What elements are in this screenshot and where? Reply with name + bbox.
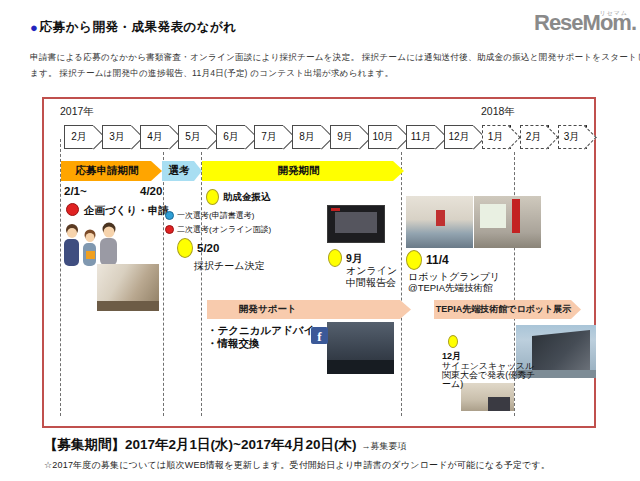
resemom-logo[interactable]: リセマム ReseMom.: [534, 6, 632, 38]
recruitment-period: 【募集期間】2017年2月1日(水)~2017年4月20日(木): [44, 436, 356, 454]
month-chevron: 2月: [520, 125, 549, 149]
month-label: 1月: [488, 130, 504, 144]
month-label: 10月: [372, 130, 393, 144]
month-chevron: 3月: [558, 125, 587, 149]
team-decision-marker-icon: [177, 238, 193, 258]
facebook-icon[interactable]: f: [311, 327, 328, 344]
science-castle-date: 12月: [442, 351, 461, 361]
photo-online-meeting-video: [327, 205, 385, 243]
month-chevron: 7月: [254, 125, 283, 149]
logo-ruby-text: リセマム: [599, 9, 628, 18]
interim-label-2: 中間報告会: [346, 277, 396, 289]
month-label: 4月: [147, 130, 163, 144]
first-selection-marker-icon: [165, 211, 174, 220]
month-label: 6月: [223, 130, 239, 144]
team-decision-label: 採択チーム決定: [194, 260, 264, 272]
month-chevron: 8月: [292, 125, 321, 149]
month-label: 7月: [261, 130, 277, 144]
gridline-nov: [401, 152, 402, 416]
month-chevron: 10月: [368, 125, 397, 149]
month-label: 2月: [526, 130, 542, 144]
month-label: 5月: [185, 130, 201, 144]
photo-support-meeting: [327, 322, 394, 374]
application-period-arrow: 応募申請期間: [61, 161, 162, 181]
photo-planning-desk: [97, 264, 159, 311]
title-bullet-icon: ●: [30, 20, 38, 35]
month-chevron: 9月: [330, 125, 359, 149]
guidelines-link[interactable]: →募集要項: [361, 440, 406, 453]
photo-contest-venue: [406, 196, 473, 248]
month-label: 11月: [411, 130, 431, 144]
month-chevron: 12月: [444, 125, 473, 149]
application-start-date: 2/1~: [64, 185, 87, 198]
description-line-1: 申請書による応募のなかから書類審査・オンライン面談により採択チームを決定。 採択…: [30, 52, 610, 64]
first-selection-label: 一次選考(申請書選考): [177, 211, 254, 220]
month-chevron: 3月: [102, 125, 131, 149]
application-end-date: 4/20: [140, 185, 162, 198]
month-label: 12月: [448, 130, 469, 144]
footer-note: ☆2017年度の募集については順次WEB情報を更新します。受付開始日より申請書の…: [44, 459, 550, 472]
page-title: 応募から開発・成果発表のながれ: [40, 19, 237, 36]
description-line-2: ます。 採択チームは開発中の進捗報告、11月4日(予定) のコンテスト出場が求め…: [30, 68, 610, 80]
second-selection-label: 二次選考(オンライン面談): [177, 225, 271, 234]
month-chevron: 5月: [178, 125, 207, 149]
exhibit-arrow: TEPIA先端技術館でロボット展示: [434, 300, 581, 319]
grandprix-label-2: @TEPIA先端技術館: [408, 283, 493, 294]
month-label: 3月: [109, 130, 125, 144]
recruitment-period-row: 【募集期間】2017年2月1日(水)~2017年4月20日(木) →募集要項: [44, 436, 406, 454]
selection-period-arrow: 選考: [162, 161, 202, 181]
month-chevron: 6月: [216, 125, 245, 149]
gridline-may: [163, 152, 164, 416]
grant-label: 助成金振込: [223, 192, 271, 203]
support-item-1: ・テクニカルアドバイス: [207, 324, 325, 336]
support-arrow: 開発サポート: [207, 300, 411, 319]
gridline-feb: [60, 139, 61, 416]
grandprix-date: 11/4: [426, 254, 449, 268]
timeline-diagram: 2017年 2018年 2月3月4月5月6月7月8月9月10月11月12月1月2…: [42, 97, 596, 428]
year-label-2018: 2018年: [481, 105, 515, 119]
page-title-row: ● 応募から開発・成果発表のながれ: [30, 19, 237, 36]
month-chevron: 4月: [140, 125, 169, 149]
grandprix-label-1: ロボットグランプリ: [408, 271, 500, 283]
photo-contest-presentation: [474, 196, 541, 248]
science-castle-marker-icon: [448, 335, 458, 348]
support-item-2: ・情報交換: [207, 337, 260, 349]
month-chevron: 11月: [406, 125, 435, 149]
month-chevron: 1月: [482, 125, 511, 149]
applicants-illustration-svg: [61, 219, 121, 266]
month-label: 8月: [299, 130, 315, 144]
interim-label-1: オンライン: [346, 265, 397, 277]
team-decision-date: 5/20: [197, 242, 219, 255]
interim-date: 9月: [346, 252, 362, 264]
interim-marker-icon: [328, 249, 342, 267]
year-label-2017: 2017年: [60, 105, 94, 119]
second-selection-marker-icon: [165, 225, 174, 234]
month-chevron: 2月: [64, 125, 93, 149]
grandprix-marker-icon: [406, 250, 422, 270]
planning-marker-icon: [66, 203, 79, 216]
photo-exhibit-hall: [461, 383, 514, 411]
planning-label: 企画づくり・申請: [84, 204, 169, 216]
grant-marker-icon: [206, 189, 219, 205]
month-label: 9月: [337, 130, 353, 144]
month-label: 3月: [564, 130, 580, 144]
applicants-illustration: [61, 219, 121, 266]
month-label: 2月: [71, 130, 87, 144]
gridline-jun: [201, 152, 202, 416]
page: ● 応募から開発・成果発表のながれ リセマム ReseMom. 申請書による応募…: [0, 0, 640, 481]
science-castle-label-3: ーム): [442, 379, 463, 389]
development-period-arrow: 開発期間: [202, 161, 404, 181]
